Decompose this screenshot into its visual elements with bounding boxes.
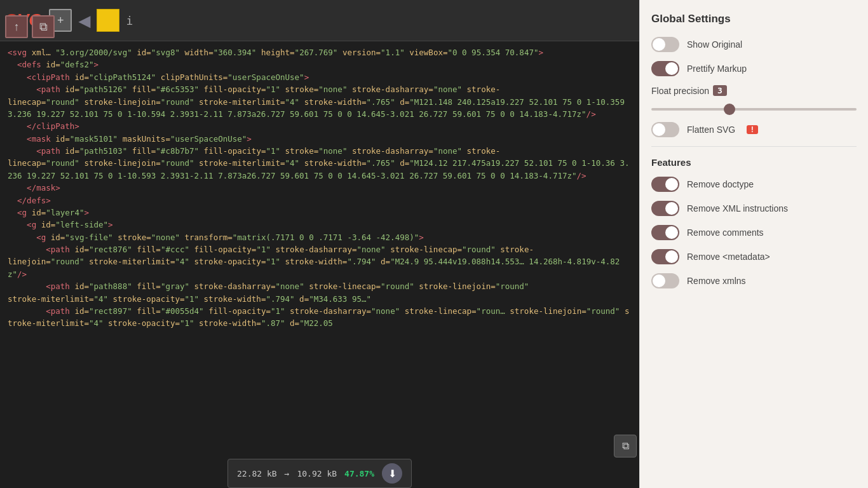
flatten-svg-toggle[interactable] bbox=[651, 122, 679, 137]
flatten-svg-row: Flatten SVG ! bbox=[651, 122, 857, 137]
settings-panel: Global Settings Show Original Prettify M… bbox=[639, 0, 868, 488]
yellow-color-box bbox=[97, 9, 119, 32]
flatten-svg-warning: ! bbox=[747, 125, 757, 134]
remove-xmlns-toggle[interactable] bbox=[651, 273, 679, 288]
copy-toolbar-button[interactable]: ⧉ bbox=[32, 15, 55, 38]
remove-comments-toggle[interactable] bbox=[651, 225, 679, 240]
remove-xmlns-label: Remove xmlns bbox=[687, 276, 746, 286]
toolbar-row2: ↑ ⧉ bbox=[5, 15, 55, 38]
status-bar: 22.82 kB → 10.92 kB 47.87% ⬇ bbox=[227, 459, 412, 488]
code-line: <g id="svg-file" stroke="none" transform… bbox=[8, 231, 632, 243]
upload-button[interactable]: ↑ bbox=[5, 15, 28, 38]
float-precision-slider[interactable] bbox=[651, 108, 857, 111]
code-line: <g id="layer4"> bbox=[8, 207, 632, 219]
code-line: <path id="path5103" fill="#c8b7b7" fill-… bbox=[8, 145, 632, 182]
features-title: Features bbox=[651, 157, 857, 168]
compression-percent: 47.87% bbox=[344, 469, 374, 478]
code-area[interactable]: <svg xml… "3.org/2000/svg" id="svg8" wid… bbox=[0, 41, 639, 488]
remove-xml-instructions-toggle[interactable] bbox=[651, 201, 679, 216]
prettify-markup-label: Prettify Markup bbox=[687, 64, 747, 74]
remove-doctype-toggle[interactable] bbox=[651, 177, 679, 192]
float-precision-label: Float precision bbox=[651, 86, 709, 96]
remove-xml-instructions-label: Remove XML instructions bbox=[687, 203, 788, 214]
code-line: <svg xml… "3.org/2000/svg" id="svg8" wid… bbox=[8, 46, 632, 58]
flatten-svg-label: Flatten SVG bbox=[687, 125, 735, 135]
code-panel: SVG + ◀ i ↑ ⧉ <svg xml… "3.org/2000/svg"… bbox=[0, 0, 639, 488]
remove-doctype-row: Remove doctype bbox=[651, 177, 857, 192]
code-line: </mask> bbox=[8, 182, 632, 194]
remove-doctype-label: Remove doctype bbox=[687, 179, 754, 189]
show-original-label: Show Original bbox=[687, 39, 742, 50]
code-line: <clipPath id="clipPath5124" clipPathUnit… bbox=[8, 71, 632, 83]
size-arrow-icon: → bbox=[285, 469, 290, 478]
global-settings-title: Global Settings bbox=[651, 13, 857, 25]
prettify-markup-toggle[interactable] bbox=[651, 61, 679, 76]
code-line: <path id="rect897" fill="#0055d4" fill-o… bbox=[8, 305, 632, 330]
remove-metadata-label: Remove <metadata> bbox=[687, 252, 770, 262]
arrow-icon: ◀ bbox=[78, 8, 90, 32]
remove-xml-instructions-row: Remove XML instructions bbox=[651, 201, 857, 216]
float-precision-row: Float precision 3 bbox=[651, 85, 857, 96]
section-divider bbox=[651, 146, 857, 147]
remove-comments-label: Remove comments bbox=[687, 227, 764, 238]
download-button[interactable]: ⬇ bbox=[382, 463, 402, 484]
show-original-row: Show Original bbox=[651, 37, 857, 52]
original-size: 22.82 kB bbox=[237, 469, 277, 478]
code-line: <g id="left-side"> bbox=[8, 219, 632, 231]
code-line: <path id="path888" fill="gray" stroke-da… bbox=[8, 280, 632, 305]
code-line: <defs id="defs2"> bbox=[8, 58, 632, 71]
show-original-toggle[interactable] bbox=[651, 37, 679, 52]
float-precision-badge: 3 bbox=[713, 85, 727, 96]
prettify-markup-row: Prettify Markup bbox=[651, 61, 857, 76]
code-line: <mask id="mask5101" maskUnits="userSpace… bbox=[8, 133, 632, 145]
info-icon: i bbox=[126, 14, 133, 27]
remove-metadata-toggle[interactable] bbox=[651, 249, 679, 264]
remove-xmlns-row: Remove xmlns bbox=[651, 273, 857, 288]
remove-metadata-row: Remove <metadata> bbox=[651, 249, 857, 264]
code-line: <path id="rect876" fill="#ccc" fill-opac… bbox=[8, 243, 632, 280]
remove-comments-row: Remove comments bbox=[651, 225, 857, 240]
code-line: </clipPath> bbox=[8, 120, 632, 132]
code-line: <path id="path5126" fill="#6c5353" fill-… bbox=[8, 83, 632, 120]
compressed-size: 10.92 kB bbox=[297, 469, 337, 478]
code-line: </defs> bbox=[8, 194, 632, 207]
copy-float-button[interactable]: ⧉ bbox=[614, 435, 637, 458]
svg-toolbar: SVG + ◀ i ↑ ⧉ bbox=[0, 0, 639, 41]
